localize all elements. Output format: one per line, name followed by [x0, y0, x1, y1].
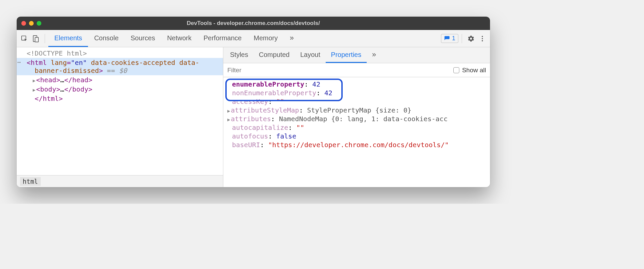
- issues-badge[interactable]: 1: [441, 34, 458, 43]
- property-key: autofocus: [232, 132, 268, 140]
- property-value: StylePropertyMap {size: 0}: [307, 106, 411, 114]
- breadcrumb-html[interactable]: html: [20, 177, 41, 186]
- property-row[interactable]: enumerableProperty: 42: [226, 80, 489, 89]
- tab-properties[interactable]: Properties: [326, 47, 367, 63]
- sidebar-panel: Styles Computed Layout Properties » Show…: [223, 47, 490, 187]
- issues-count: 1: [452, 35, 455, 42]
- tab-memory[interactable]: Memory: [248, 30, 284, 47]
- tab-network[interactable]: Network: [161, 30, 197, 47]
- tab-computed[interactable]: Computed: [253, 47, 295, 63]
- dom-tree[interactable]: <!DOCTYPE html> <html lang="en" data-coo…: [17, 47, 223, 175]
- property-row[interactable]: nonEnumerableProperty: 42: [226, 89, 489, 97]
- tab-layout[interactable]: Layout: [295, 47, 326, 63]
- content-area: <!DOCTYPE html> <html lang="en" data-coo…: [17, 47, 490, 187]
- tab-performance[interactable]: Performance: [198, 30, 248, 47]
- maximize-button[interactable]: [37, 21, 41, 26]
- show-all-checkbox[interactable]: [453, 67, 459, 73]
- property-key: autocapitalize: [232, 124, 288, 132]
- svg-point-3: [482, 36, 483, 37]
- device-toggle-icon[interactable]: [30, 33, 41, 44]
- property-value: 42: [324, 89, 332, 97]
- property-row[interactable]: autocapitalize: "": [226, 123, 489, 132]
- gear-icon[interactable]: [465, 33, 477, 44]
- property-key: baseURI: [232, 141, 260, 149]
- property-key: accessKey: [232, 98, 268, 106]
- svg-point-5: [482, 40, 483, 41]
- devtools-window: DevTools - developer.chrome.com/docs/dev…: [17, 17, 490, 187]
- dom-body-element[interactable]: ▶<body>…</body>: [17, 85, 223, 94]
- property-value: false: [276, 132, 296, 140]
- property-value: 42: [312, 80, 320, 88]
- property-row[interactable]: accessKey: "": [226, 97, 489, 106]
- main-toolbar: Elements Console Sources Network Perform…: [17, 30, 490, 47]
- minimize-button[interactable]: [29, 21, 34, 26]
- breadcrumb[interactable]: html: [17, 175, 223, 187]
- more-tabs-icon[interactable]: »: [284, 30, 300, 47]
- property-key: attributes: [231, 115, 271, 123]
- svg-point-4: [482, 38, 483, 39]
- separator: [462, 34, 462, 43]
- tab-elements[interactable]: Elements: [48, 30, 88, 47]
- property-value: NamedNodeMap {0: lang, 1: data-cookies-a…: [279, 115, 448, 123]
- filter-input[interactable]: [227, 67, 453, 74]
- properties-list[interactable]: enumerableProperty: 42nonEnumerablePrope…: [223, 77, 490, 187]
- window-title: DevTools - developer.chrome.com/docs/dev…: [17, 20, 490, 27]
- expand-icon[interactable]: ▶: [227, 108, 230, 114]
- svg-rect-2: [35, 37, 38, 42]
- tab-styles[interactable]: Styles: [225, 47, 253, 63]
- property-row[interactable]: ▶attributeStyleMap: StylePropertyMap {si…: [226, 106, 489, 115]
- inspect-icon[interactable]: [19, 33, 30, 44]
- traffic-lights: [21, 21, 41, 26]
- property-key: attributeStyleMap: [231, 106, 299, 114]
- sidebar-tabs: Styles Computed Layout Properties »: [223, 47, 490, 63]
- property-value: "https://developer.chrome.com/docs/devto…: [268, 141, 449, 149]
- tab-console[interactable]: Console: [88, 30, 124, 47]
- dom-html-element[interactable]: <html lang="en" data-cookies-accepted da…: [17, 58, 223, 75]
- tab-sources[interactable]: Sources: [125, 30, 161, 47]
- expand-icon[interactable]: ▶: [227, 117, 230, 122]
- property-value: "": [276, 98, 284, 106]
- panel-tabs: Elements Console Sources Network Perform…: [48, 30, 300, 47]
- titlebar: DevTools - developer.chrome.com/docs/dev…: [17, 17, 490, 30]
- show-all-label: Show all: [462, 67, 486, 74]
- close-button[interactable]: [21, 21, 26, 26]
- dom-doctype[interactable]: <!DOCTYPE html>: [17, 49, 223, 58]
- dom-head-element[interactable]: ▶<head>…</head>: [17, 75, 223, 85]
- dom-html-close[interactable]: </html>: [17, 94, 223, 103]
- separator: [45, 34, 45, 43]
- filter-bar: Show all: [223, 63, 490, 77]
- more-icon[interactable]: [477, 33, 488, 44]
- property-key: nonEnumerableProperty: [232, 89, 316, 97]
- property-value: "": [296, 124, 304, 132]
- property-row[interactable]: baseURI: "https://developer.chrome.com/d…: [226, 140, 489, 149]
- property-row[interactable]: ▶attributes: NamedNodeMap {0: lang, 1: d…: [226, 115, 489, 123]
- property-key: enumerableProperty: [232, 80, 304, 88]
- elements-panel: <!DOCTYPE html> <html lang="en" data-coo…: [17, 47, 223, 187]
- more-sidebar-tabs-icon[interactable]: »: [367, 47, 381, 63]
- property-row[interactable]: autofocus: false: [226, 132, 489, 140]
